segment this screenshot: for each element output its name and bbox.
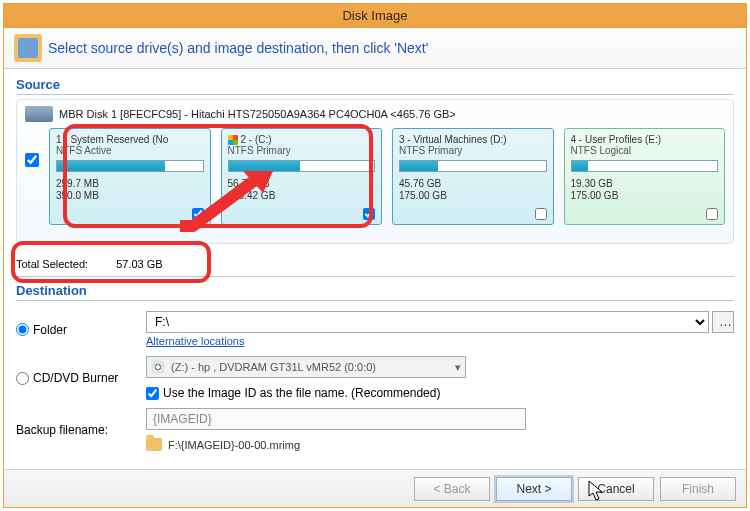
cancel-button[interactable]: Cancel [578, 477, 654, 501]
partition-title: 4 - User Profiles (E:) [571, 134, 719, 145]
partition-tile[interactable]: 3 - Virtual Machines (D:)NTFS Primary45.… [392, 128, 554, 225]
next-button[interactable]: Next > [496, 477, 572, 501]
instruction-bar: Select source drive(s) and image destina… [4, 28, 746, 69]
partition-checkbox[interactable] [706, 208, 718, 220]
radio-folder[interactable]: Folder [16, 323, 146, 337]
cd-icon [151, 360, 165, 374]
usage-bar [56, 160, 204, 172]
totals-value: 57.03 GB [116, 258, 162, 270]
window-title: Disk Image [4, 4, 746, 28]
partition-capacity: 115.42 GB [228, 190, 376, 202]
radio-folder-input[interactable] [16, 323, 29, 336]
disk-label: MBR Disk 1 [8FECFC95] - Hitachi HTS72505… [59, 108, 456, 120]
partition-tile[interactable]: 1 - System Reserved (NoNTFS Active259.7 … [49, 128, 211, 225]
finish-button: Finish [660, 477, 736, 501]
partition-filesystem: NTFS Primary [228, 145, 376, 156]
partition-used: 19.30 GB [571, 178, 719, 190]
partition-capacity: 175.00 GB [399, 190, 547, 202]
use-imageid-checkbox-row[interactable]: Use the Image ID as the file name. (Reco… [146, 386, 734, 400]
partition-used: 56.77 GB [228, 178, 376, 190]
partition-filesystem: NTFS Active [56, 145, 204, 156]
partition-title: 3 - Virtual Machines (D:) [399, 134, 547, 145]
radio-cd-dvd-label: CD/DVD Burner [33, 371, 118, 385]
totals-row: Total Selected: 57.03 GB [16, 256, 734, 277]
use-imageid-label: Use the Image ID as the file name. (Reco… [163, 386, 440, 400]
partition-capacity: 175.00 GB [571, 190, 719, 202]
radio-folder-label: Folder [33, 323, 67, 337]
partition-checkbox[interactable] [535, 208, 547, 220]
usage-bar [228, 160, 376, 172]
partition-capacity: 350.0 MB [56, 190, 204, 202]
radio-cd-dvd[interactable]: CD/DVD Burner [16, 371, 146, 385]
usage-bar [571, 160, 719, 172]
disk-panel: MBR Disk 1 [8FECFC95] - Hitachi HTS72505… [16, 99, 734, 244]
partition-used: 45.76 GB [399, 178, 547, 190]
section-destination-heading: Destination [16, 283, 734, 301]
browse-folder-button[interactable]: … [712, 311, 734, 333]
backup-filename-label: Backup filename: [16, 423, 146, 437]
app-icon [14, 34, 42, 62]
partition-tile[interactable]: 4 - User Profiles (E:)NTFS Logical19.30 … [564, 128, 726, 225]
radio-cd-dvd-input[interactable] [16, 372, 29, 385]
hard-disk-icon [25, 106, 53, 122]
burner-device-label: (Z:) - hp , DVDRAM GT31L vMR52 (0:0:0) [171, 361, 376, 373]
backup-filename-input[interactable] [146, 408, 526, 430]
partition-filesystem: NTFS Logical [571, 145, 719, 156]
partition-filesystem: NTFS Primary [399, 145, 547, 156]
result-image-path: F:\{IMAGEID}-00-00.mrimg [168, 439, 300, 451]
folder-icon [146, 438, 162, 451]
partition-checkbox[interactable] [192, 208, 204, 220]
alternative-locations-link[interactable]: Alternative locations [146, 333, 244, 347]
use-imageid-checkbox[interactable] [146, 387, 159, 400]
windows-logo-icon [228, 135, 238, 145]
partition-title: 2 - (C:) [228, 134, 376, 145]
burner-device-select[interactable]: (Z:) - hp , DVDRAM GT31L vMR52 (0:0:0) ▾ [146, 356, 466, 378]
partition-tile[interactable]: 2 - (C:)NTFS Primary56.77 GB115.42 GB [221, 128, 383, 225]
instruction-text: Select source drive(s) and image destina… [48, 40, 428, 56]
partition-title: 1 - System Reserved (No [56, 134, 204, 145]
back-button: < Back [414, 477, 490, 501]
partition-used: 259.7 MB [56, 178, 204, 190]
folder-path-select[interactable]: F:\ [146, 311, 709, 333]
wizard-footer: < Back Next > Cancel Finish [4, 469, 746, 507]
usage-bar [399, 160, 547, 172]
section-source-heading: Source [16, 77, 734, 95]
select-all-partitions-checkbox[interactable] [25, 153, 39, 167]
chevron-down-icon: ▾ [455, 361, 461, 374]
partition-checkbox[interactable] [363, 208, 375, 220]
totals-label: Total Selected: [16, 258, 88, 270]
